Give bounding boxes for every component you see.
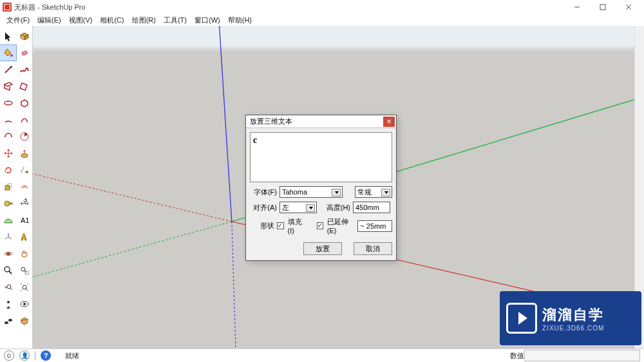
svg-line-28 [220, 26, 232, 222]
font-label: 字体(F) [250, 187, 277, 197]
tool-polygon[interactable] [16, 95, 32, 111]
tool-line[interactable] [0, 62, 16, 77]
menu-bar: 文件(F) 编辑(E) 视图(V) 相机(C) 绘图(R) 工具(T) 窗口(W… [0, 14, 644, 26]
tool-rotate[interactable] [0, 162, 16, 178]
dialog-close-button[interactable]: ✕ [383, 117, 395, 127]
tool-pushpull[interactable] [16, 146, 32, 161]
svg-point-8 [11, 136, 12, 137]
tool-offset[interactable] [16, 179, 32, 195]
menu-edit[interactable]: 编辑(E) [37, 15, 61, 25]
tool-dimension[interactable]: 3 [16, 196, 32, 211]
fill-label: 填充(I) [288, 217, 307, 234]
menu-draw[interactable]: 绘图(R) [132, 15, 156, 25]
tool-2pt-arc[interactable] [16, 112, 32, 128]
height-label: 高度(H) [322, 203, 350, 213]
svg-point-25 [23, 303, 26, 305]
app-icon [3, 3, 12, 12]
status-help-button[interactable]: ? [41, 350, 51, 361]
tool-rectangle[interactable] [0, 79, 16, 94]
value-control-box[interactable] [524, 350, 640, 361]
watermark-badge: 溜溜自学 ZIXUE.3D66.COM [500, 291, 641, 345]
tool-select[interactable] [0, 28, 16, 44]
svg-point-27 [8, 319, 12, 321]
window-close-button[interactable] [616, 0, 641, 14]
svg-point-26 [5, 321, 8, 324]
tool-look-around[interactable] [16, 296, 32, 312]
dialog-titlebar[interactable]: 放置三维文本 ✕ [246, 115, 396, 128]
menu-camera[interactable]: 相机(C) [100, 15, 124, 25]
tool-zoom-extents[interactable] [16, 280, 32, 295]
tool-axes[interactable] [0, 229, 16, 245]
extended-checkbox[interactable] [317, 222, 323, 229]
font-weight-select[interactable]: 常规 [355, 186, 392, 198]
value-label: 数值 [510, 351, 524, 361]
place-button[interactable]: 放置 [303, 242, 342, 255]
svg-rect-13 [9, 203, 12, 204]
svg-text:3: 3 [23, 198, 27, 204]
dialog-3d-text: 放置三维文本 ✕ c 字体(F) Tahoma 常规 对齐(A) 左 高度(H)… [245, 115, 397, 261]
window-minimize-button[interactable] [564, 0, 590, 14]
extended-input[interactable]: ~ 25mm [357, 220, 392, 232]
window-title: 无标题 - SketchUp Pro [14, 3, 564, 12]
menu-help[interactable]: 帮助(H) [228, 15, 252, 25]
tool-3pt-arc[interactable] [0, 129, 16, 144]
tool-paint-bucket[interactable] [0, 45, 16, 61]
fill-checkbox[interactable] [277, 222, 283, 229]
tool-eraser[interactable] [16, 45, 32, 61]
tool-protractor[interactable] [0, 213, 16, 228]
font-select[interactable]: Tahoma [279, 186, 343, 198]
tool-orbit[interactable] [0, 246, 16, 262]
dialog-title-text: 放置三维文本 [250, 117, 292, 126]
tool-walk[interactable] [0, 313, 16, 329]
tool-make-component[interactable] [16, 28, 32, 44]
tool-section-plane[interactable] [16, 313, 32, 329]
status-bar: ⊙ 👤 ? 就绪 数值 [0, 348, 644, 362]
svg-point-7 [5, 136, 6, 137]
tool-zoom[interactable] [0, 263, 16, 278]
text-content-input[interactable]: c [250, 132, 392, 182]
status-credits-button[interactable]: 👤 [19, 350, 30, 361]
tool-arc[interactable] [0, 112, 16, 128]
extended-label: 已延伸(E) [327, 217, 355, 234]
status-text: 就绪 [65, 351, 79, 361]
window-titlebar: 无标题 - SketchUp Pro [0, 0, 644, 14]
tool-text[interactable]: A1 [16, 213, 32, 228]
svg-point-23 [7, 301, 10, 303]
window-maximize-button[interactable] [590, 0, 616, 14]
cancel-button[interactable]: 取消 [354, 242, 392, 255]
align-select[interactable]: 左 [279, 202, 317, 213]
svg-point-6 [5, 101, 12, 105]
svg-line-33 [33, 174, 232, 222]
tool-scale[interactable] [0, 179, 16, 195]
tool-followme[interactable] [16, 162, 32, 178]
tool-pie[interactable] [16, 129, 32, 144]
menu-tools[interactable]: 工具(T) [164, 15, 187, 25]
align-label: 对齐(A) [250, 203, 277, 213]
menu-file[interactable]: 文件(F) [6, 15, 30, 25]
tool-zoom-window[interactable] [16, 263, 32, 278]
play-icon [506, 303, 537, 334]
tool-tape[interactable] [0, 196, 16, 211]
large-tool-set: 3 A1 [0, 26, 33, 348]
tool-rotated-rectangle[interactable] [16, 79, 32, 94]
tool-position-camera[interactable] [0, 296, 16, 312]
tool-pan[interactable] [16, 246, 32, 262]
tool-circle[interactable] [0, 95, 16, 111]
svg-line-31 [33, 222, 232, 277]
svg-text:A1: A1 [21, 216, 29, 224]
status-geolocation-button[interactable]: ⊙ [4, 350, 14, 361]
tool-zoom-previous[interactable] [0, 280, 16, 295]
tool-freehand[interactable] [16, 62, 32, 77]
tool-3d-text[interactable] [16, 229, 32, 245]
divider [35, 351, 35, 360]
watermark-sub: ZIXUE.3D66.COM [542, 325, 604, 332]
height-input[interactable]: 450mm [353, 202, 390, 213]
menu-window[interactable]: 窗口(W) [194, 15, 220, 25]
svg-line-29 [232, 222, 236, 348]
tool-move[interactable] [0, 146, 16, 161]
shape-label: 形状 [250, 221, 274, 231]
svg-rect-1 [600, 5, 605, 10]
menu-view[interactable]: 视图(V) [69, 15, 93, 25]
svg-point-4 [10, 54, 13, 57]
watermark-main: 溜溜自学 [542, 305, 604, 325]
